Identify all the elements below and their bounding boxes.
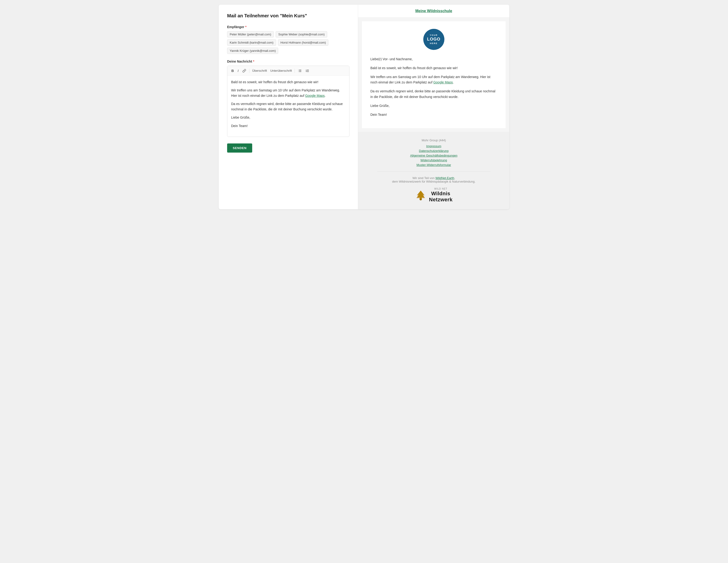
bold-button[interactable]: B xyxy=(230,68,236,74)
unordered-list-button[interactable] xyxy=(296,68,303,74)
heading-button[interactable]: Überschrift xyxy=(251,68,268,73)
italic-button[interactable]: I xyxy=(236,68,240,74)
preview-header: Meine Wildnisschule xyxy=(358,5,509,18)
editor-paragraph-1: Bald ist es soweit, wir hoffen du freust… xyxy=(231,79,345,85)
wildnis-text-block: WILD NET WildnisNetzwerk xyxy=(429,188,453,203)
message-label: Deine Nachricht * xyxy=(227,60,349,63)
logo-your: YOUR xyxy=(430,34,438,37)
editor-paragraph-5: Dein Team! xyxy=(231,123,345,129)
toolbar-separator xyxy=(249,69,249,73)
preview-closing2: Dein Team! xyxy=(370,112,497,118)
required-star: * xyxy=(245,25,246,29)
logo-logo: LOGO xyxy=(427,37,440,42)
recipient-tag: Yannik Krüger (yannik@mail.com) xyxy=(227,48,278,54)
preview-greeting: Liebe(r) Vor- und Nachname, xyxy=(370,56,497,62)
toolbar-separator-2 xyxy=(295,69,295,73)
editor-toolbar: B I Überschrift Unterüberschrift xyxy=(227,66,349,76)
recipient-tag: Peter Müller (peter@mail.com) xyxy=(227,31,274,38)
editor-paragraph-2: Wir treffen uns am Samstag um 10 Uhr auf… xyxy=(231,88,345,98)
footer-divider xyxy=(377,171,491,172)
svg-rect-13 xyxy=(420,199,421,200)
logo-circle: YOUR LOGO herE xyxy=(423,29,444,50)
preview-paragraph3: Da es vermutlich regnen wird, denke bitt… xyxy=(370,89,497,100)
preview-site-name[interactable]: Meine Wildnisschule xyxy=(415,9,452,13)
footer-wild-text: Wir sind Teil von WildNet.Earth, dem Wil… xyxy=(363,176,505,183)
tree-icon xyxy=(415,189,427,201)
wildnis-name: WildnisNetzwerk xyxy=(429,191,453,203)
editor-body[interactable]: Bald ist es soweit, wir hoffen du freust… xyxy=(227,76,349,137)
footer-company: Mohr Group (444) xyxy=(363,139,505,142)
right-panel: Meine Wildnisschule YOUR LOGO herE Liebe… xyxy=(358,5,509,209)
link-button[interactable] xyxy=(241,68,248,74)
preview-closing1: Liebe Grüße, xyxy=(370,103,497,109)
google-maps-link-preview[interactable]: Google Maps xyxy=(433,80,453,84)
logo-container: YOUR LOGO herE xyxy=(370,29,497,50)
preview-email-body: YOUR LOGO herE Liebe(r) Vor- und Nachnam… xyxy=(362,21,506,128)
footer-muster[interactable]: Muster-Widerrufsformular xyxy=(363,163,505,167)
recipients-container: Peter Müller (peter@mail.com) Sophie Web… xyxy=(227,31,349,54)
left-panel: Mail an Teilnehmer von "Mein Kurs" Empfä… xyxy=(219,5,358,209)
editor-paragraph-4: Liebe Grüße, xyxy=(231,115,345,120)
preview-paragraph1: Bald ist es soweit, wir hoffen du freust… xyxy=(370,65,497,71)
recipients-label: Empfänger * xyxy=(227,25,349,29)
logo-here: herE xyxy=(430,42,438,45)
recipient-tag: Karin Schmidt (karin@mail.com) xyxy=(227,39,276,46)
footer-datenschutz[interactable]: Datenschutzerklärung xyxy=(363,149,505,153)
recipient-tag: Horst Hofmann (horst@mail.com) xyxy=(278,39,329,46)
footer-impressum[interactable]: Impressum xyxy=(363,144,505,148)
page-container: Mail an Teilnehmer von "Mein Kurs" Empfä… xyxy=(219,5,509,209)
wildnis-logo: WILD NET WildnisNetzwerk xyxy=(415,188,453,203)
message-section: Deine Nachricht * B I Überschrift Unterü xyxy=(227,60,349,137)
editor-container: B I Überschrift Unterüberschrift xyxy=(227,66,349,137)
page-title: Mail an Teilnehmer von "Mein Kurs" xyxy=(227,13,349,19)
required-star-2: * xyxy=(253,60,254,63)
preview-paragraph2: Wir treffen uns am Samstag um 10 Uhr auf… xyxy=(370,74,497,86)
preview-footer: Mohr Group (444) Impressum Datenschutzer… xyxy=(358,132,509,209)
send-button[interactable]: SENDEN xyxy=(227,143,252,153)
footer-widerruf[interactable]: Widerrufsbelehrung xyxy=(363,158,505,162)
wildnet-link[interactable]: WildNet.Earth xyxy=(435,176,454,180)
wildnis-sub: WILD NET xyxy=(429,188,453,190)
editor-paragraph-3: Da es vermutlich regnen wird, denke bitt… xyxy=(231,101,345,112)
recipient-tag: Sophie Weber (sophie@mail.com) xyxy=(276,31,327,38)
google-maps-link-editor[interactable]: Google Maps xyxy=(305,94,325,98)
footer-agb[interactable]: Allgemeine Geschäftsbedingungen xyxy=(363,154,505,157)
ordered-list-button[interactable] xyxy=(304,68,311,74)
subheading-button[interactable]: Unterüberschrift xyxy=(269,68,293,73)
